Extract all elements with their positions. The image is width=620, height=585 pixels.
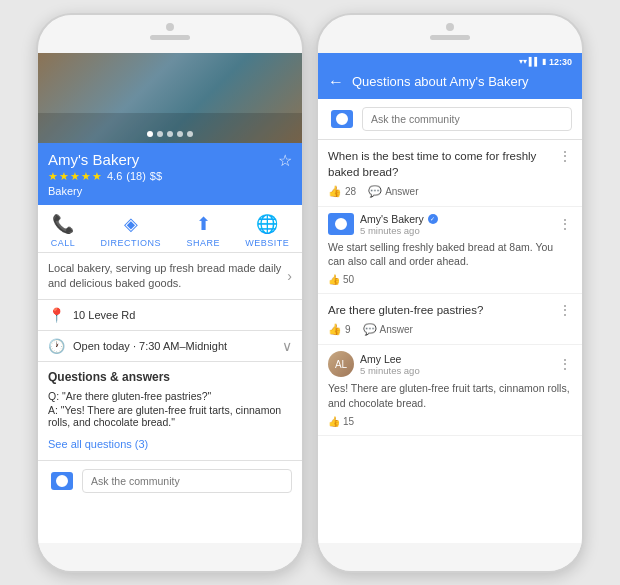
rating-value: 4.6: [107, 170, 122, 182]
like-count-q1: 28: [345, 186, 356, 197]
maps-logo: [48, 470, 76, 492]
star-rating: ★★★★★: [48, 170, 103, 183]
question-item-1: When is the best time to come for freshl…: [318, 140, 582, 207]
battery-icon: ▮: [542, 57, 546, 66]
business-name: Amy's Bakery: [48, 151, 162, 168]
answer-button-q1[interactable]: 💬 Answer: [368, 185, 418, 198]
call-label: CALL: [51, 238, 76, 248]
right-header: ← Questions about Amy's Bakery: [318, 67, 582, 99]
answer-item-2: AL Amy Lee 5 minutes ago ⋮ Yes! There ar…: [318, 345, 582, 435]
left-top-bezel: [38, 15, 302, 53]
business-header: Amy's Bakery ★★★★★ 4.6 (18) $$ Bakery ☆: [38, 143, 302, 205]
globe-icon: 🌐: [256, 213, 278, 235]
like-count-q2: 9: [345, 324, 351, 335]
ask-bar: [38, 460, 302, 501]
call-button[interactable]: 📞 CALL: [51, 213, 76, 248]
qa-section: Questions & answers Q: "Are there gluten…: [38, 362, 302, 456]
ask-community-input[interactable]: [82, 469, 292, 493]
answer-likes-1: 👍 50: [328, 274, 572, 285]
more-options-2[interactable]: ⋮: [558, 302, 572, 318]
like-button-q1[interactable]: 👍 28: [328, 185, 356, 198]
qa-answer: A: "Yes! There are gluten-free fruit tar…: [48, 404, 292, 428]
right-screen: ▾▾ ▌▌ ▮ 12:30 ← Questions about Amy's Ba…: [318, 53, 582, 543]
image-dots: [147, 131, 193, 137]
speaker-bar: [150, 35, 190, 40]
bakery-image: [38, 53, 302, 143]
right-ask-community-input[interactable]: [362, 107, 572, 131]
hours-text: Open today · 7:30 AM–Midnight: [73, 340, 274, 352]
location-row[interactable]: 📍 10 Levee Rd: [38, 300, 302, 331]
description-section: Local bakery, serving up fresh bread mad…: [38, 253, 302, 301]
user-avatar-2: AL: [328, 351, 354, 377]
answer-item-1: Amy's Bakery 5 minutes ago ⋮ We start se…: [318, 207, 582, 294]
left-bottom-bezel: [38, 543, 302, 573]
qa-item: Q: "Are there gluten-free pastries?" A: …: [48, 390, 292, 428]
back-button[interactable]: ←: [328, 73, 344, 91]
question-item-2: Are there gluten-free pastries? ⋮ 👍 9 💬 …: [318, 294, 582, 345]
answer-time-2: 5 minutes ago: [360, 365, 552, 376]
review-count: (18): [126, 170, 146, 182]
status-icons: ▾▾ ▌▌ ▮: [519, 57, 546, 66]
status-bar: ▾▾ ▌▌ ▮ 12:30: [318, 53, 582, 67]
camera-dot-right: [446, 23, 454, 31]
directions-button[interactable]: ◈ DIRECTIONS: [101, 213, 162, 248]
thumbs-up-icon-a1: 👍: [328, 274, 340, 285]
answer-author-1: Amy's Bakery: [360, 213, 424, 225]
qa-question: Q: "Are there gluten-free pastries?": [48, 390, 292, 402]
answer-likes-2: 👍 15: [328, 416, 572, 427]
answer-label-q1: Answer: [385, 186, 418, 197]
thumbs-up-icon-q2: 👍: [328, 323, 342, 336]
signal-icon: ▌▌: [529, 57, 540, 66]
answer-time-1: 5 minutes ago: [360, 225, 552, 236]
more-options-a2[interactable]: ⋮: [558, 356, 572, 372]
answer-like-count-1: 50: [343, 274, 354, 285]
status-time: 12:30: [549, 57, 572, 67]
see-all-link[interactable]: See all questions (3): [48, 438, 148, 450]
answer-button-q2[interactable]: 💬 Answer: [363, 323, 413, 336]
thumbs-up-icon-a2: 👍: [328, 416, 340, 427]
camera-dot: [166, 23, 174, 31]
more-options-a1[interactable]: ⋮: [558, 216, 572, 232]
hours-row[interactable]: 🕐 Open today · 7:30 AM–Midnight ∨: [38, 331, 302, 362]
address-text: 10 Levee Rd: [73, 309, 135, 321]
directions-icon: ◈: [124, 213, 138, 235]
question-text-2: Are there gluten-free pastries?: [328, 302, 558, 318]
page-title: Questions about Amy's Bakery: [352, 74, 529, 89]
right-ask-bar: [318, 99, 582, 140]
hours-expand-icon: ∨: [282, 338, 292, 354]
answer-text-2: Yes! There are gluten-free fruit tarts, …: [328, 381, 572, 410]
question-text-1: When is the best time to come for freshl…: [328, 148, 558, 180]
like-button-q2[interactable]: 👍 9: [328, 323, 351, 336]
phone-icon: 📞: [52, 213, 74, 235]
share-icon: ⬆: [196, 213, 211, 235]
directions-label: DIRECTIONS: [101, 238, 162, 248]
qa-title: Questions & answers: [48, 370, 292, 384]
website-label: WEBSITE: [245, 238, 289, 248]
share-label: SHARE: [186, 238, 220, 248]
answer-text-1: We start selling freshly baked bread at …: [328, 240, 572, 269]
price-level: $$: [150, 170, 162, 182]
right-maps-logo: [328, 108, 356, 130]
location-icon: 📍: [48, 307, 65, 323]
favorite-button[interactable]: ☆: [278, 151, 292, 170]
share-button[interactable]: ⬆ SHARE: [186, 213, 220, 248]
more-options-1[interactable]: ⋮: [558, 148, 572, 164]
answer-like-count-2: 15: [343, 416, 354, 427]
verified-badge-1: [428, 214, 438, 224]
answer-label-q2: Answer: [380, 324, 413, 335]
business-avatar-1: [328, 213, 354, 235]
right-bottom-bezel: [318, 543, 582, 573]
website-button[interactable]: 🌐 WEBSITE: [245, 213, 289, 248]
wifi-icon: ▾▾: [519, 57, 527, 66]
description-text: Local bakery, serving up fresh bread mad…: [48, 261, 287, 292]
left-screen: Amy's Bakery ★★★★★ 4.6 (18) $$ Bakery ☆ …: [38, 53, 302, 543]
business-meta: ★★★★★ 4.6 (18) $$: [48, 170, 162, 183]
right-top-bezel: [318, 15, 582, 53]
answer-author-2: Amy Lee: [360, 353, 552, 365]
description-arrow: ›: [287, 268, 292, 284]
comment-icon-q1: 💬: [368, 185, 382, 198]
business-category: Bakery: [48, 185, 162, 197]
comment-icon-q2: 💬: [363, 323, 377, 336]
speaker-bar-right: [430, 35, 470, 40]
action-bar: 📞 CALL ◈ DIRECTIONS ⬆ SHARE 🌐 WEBSITE: [38, 205, 302, 253]
